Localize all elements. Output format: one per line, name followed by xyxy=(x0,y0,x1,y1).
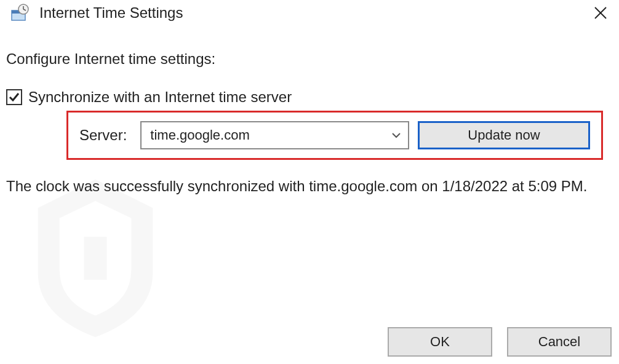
watermark-logo xyxy=(18,172,172,344)
close-icon xyxy=(594,6,607,20)
server-value: time.google.com xyxy=(150,127,249,143)
sync-checkbox-label: Synchronize with an Internet time server xyxy=(28,89,292,106)
clock-window-icon xyxy=(10,3,30,23)
sync-status-text: The clock was successfully synchronized … xyxy=(6,176,607,197)
server-row-highlight: Server: time.google.com Update now xyxy=(66,111,603,160)
chevron-down-icon xyxy=(391,130,402,141)
cancel-label: Cancel xyxy=(538,334,580,350)
sync-checkbox[interactable] xyxy=(6,89,22,105)
dialog-buttons: OK Cancel xyxy=(388,327,612,357)
update-now-label: Update now xyxy=(468,127,540,143)
server-label: Server: xyxy=(79,127,127,144)
sync-option-row: Synchronize with an Internet time server xyxy=(6,89,613,106)
dialog-content: Configure Internet time settings: Synchr… xyxy=(0,28,619,197)
titlebar: Internet Time Settings xyxy=(0,0,619,28)
window-title: Internet Time Settings xyxy=(39,4,183,22)
ok-label: OK xyxy=(430,334,450,350)
server-combobox[interactable]: time.google.com xyxy=(140,121,409,149)
update-now-button[interactable]: Update now xyxy=(418,121,590,149)
configure-label: Configure Internet time settings: xyxy=(6,50,613,68)
close-button[interactable] xyxy=(589,2,612,24)
cancel-button[interactable]: Cancel xyxy=(507,327,612,357)
ok-button[interactable]: OK xyxy=(388,327,492,357)
checkmark-icon xyxy=(8,91,20,103)
